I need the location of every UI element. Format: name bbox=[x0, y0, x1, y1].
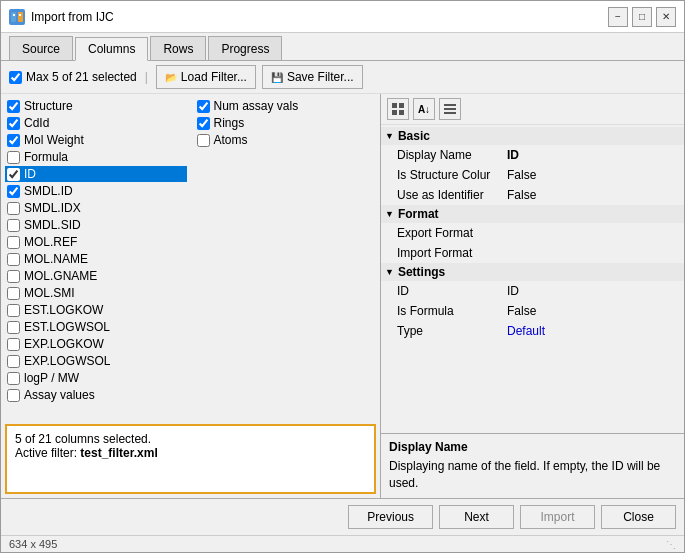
format-section-header[interactable]: ▼ Format bbox=[381, 205, 684, 223]
col-item-mol-smi[interactable]: MOL.SMI bbox=[5, 285, 187, 301]
svg-rect-7 bbox=[399, 110, 404, 115]
svg-rect-5 bbox=[399, 103, 404, 108]
help-section: Display Name Displaying name of the fiel… bbox=[381, 433, 684, 498]
col-item-num-assay-vals[interactable]: Num assay vals bbox=[195, 98, 377, 114]
settings-arrow: ▼ bbox=[385, 267, 394, 277]
col-item-atoms[interactable]: Atoms bbox=[195, 132, 377, 148]
max-selected-checkbox[interactable]: Max 5 of 21 selected bbox=[9, 70, 137, 84]
col-checkbox-est-logkow[interactable] bbox=[7, 304, 20, 317]
main-window: Import from IJC − □ ✕ Source Columns Row… bbox=[0, 0, 685, 553]
resize-handle[interactable]: ⋱ bbox=[666, 539, 676, 550]
previous-button[interactable]: Previous bbox=[348, 505, 433, 529]
main-content: Structure Num assay vals CdId Rings Mol … bbox=[1, 94, 684, 498]
col-item-rings[interactable]: Rings bbox=[195, 115, 377, 131]
col-item-mol-ref[interactable]: MOL.REF bbox=[5, 234, 187, 250]
col-item-mol-name[interactable]: MOL.NAME bbox=[5, 251, 187, 267]
help-title: Display Name bbox=[389, 440, 676, 454]
col-checkbox-cdid[interactable] bbox=[7, 117, 20, 130]
columns-list: Structure Num assay vals CdId Rings Mol … bbox=[1, 94, 380, 420]
svg-rect-0 bbox=[11, 12, 16, 22]
prop-is-formula: Is Formula False bbox=[381, 301, 684, 321]
col-checkbox-id[interactable] bbox=[7, 168, 20, 181]
filter-value: test_filter.xml bbox=[80, 446, 157, 460]
title-bar: Import from IJC − □ ✕ bbox=[1, 1, 684, 33]
app-icon bbox=[9, 9, 25, 25]
col-item-est-logkow[interactable]: EST.LOGKOW bbox=[5, 302, 187, 318]
svg-rect-2 bbox=[13, 14, 15, 16]
col-item-est-logwsol[interactable]: EST.LOGWSOL bbox=[5, 319, 187, 335]
svg-rect-3 bbox=[19, 14, 21, 16]
import-button[interactable]: Import bbox=[520, 505, 595, 529]
col-item-exp-logkow[interactable]: EXP.LOGKOW bbox=[5, 336, 187, 352]
properties-panel: ▼ Basic Display Name ID Is Structure Col… bbox=[381, 125, 684, 433]
right-panel: A↓ ▼ Basic Display Name bbox=[381, 94, 684, 498]
list-view-button[interactable] bbox=[439, 98, 461, 120]
col-checkbox-exp-logwsol[interactable] bbox=[7, 355, 20, 368]
next-button[interactable]: Next bbox=[439, 505, 514, 529]
title-controls: − □ ✕ bbox=[608, 7, 676, 27]
col-item-smdl-sid[interactable]: SMDL.SID bbox=[5, 217, 187, 233]
tab-progress[interactable]: Progress bbox=[208, 36, 282, 60]
minimize-button[interactable]: − bbox=[608, 7, 628, 27]
col-item-formula[interactable]: Formula bbox=[5, 149, 187, 165]
col-item-id[interactable]: ID bbox=[5, 166, 187, 182]
save-filter-button[interactable]: 💾 Save Filter... bbox=[262, 65, 363, 89]
bottom-bar: Previous Next Import Close bbox=[1, 498, 684, 535]
col-item-smdl-id[interactable]: SMDL.ID bbox=[5, 183, 187, 199]
col-checkbox-exp-logkow[interactable] bbox=[7, 338, 20, 351]
col-checkbox-est-logwsol[interactable] bbox=[7, 321, 20, 334]
col-checkbox-smdl-idx[interactable] bbox=[7, 202, 20, 215]
col-checkbox-logp-mw[interactable] bbox=[7, 372, 20, 385]
col-checkbox-assay-values[interactable] bbox=[7, 389, 20, 402]
col-checkbox-structure[interactable] bbox=[7, 100, 20, 113]
left-panel: Structure Num assay vals CdId Rings Mol … bbox=[1, 94, 381, 498]
close-button[interactable]: Close bbox=[601, 505, 676, 529]
prop-id: ID ID bbox=[381, 281, 684, 301]
svg-rect-10 bbox=[444, 112, 456, 114]
col-checkbox-mol-smi[interactable] bbox=[7, 287, 20, 300]
col-checkbox-smdl-id[interactable] bbox=[7, 185, 20, 198]
col-checkbox-mol-gname[interactable] bbox=[7, 270, 20, 283]
help-text: Displaying name of the field. If empty, … bbox=[389, 458, 676, 492]
tab-rows[interactable]: Rows bbox=[150, 36, 206, 60]
col-checkbox-rings[interactable] bbox=[197, 117, 210, 130]
col-item-mol-gname[interactable]: MOL.GNAME bbox=[5, 268, 187, 284]
prop-display-name: Display Name ID bbox=[381, 145, 684, 165]
col-checkbox-molweight[interactable] bbox=[7, 134, 20, 147]
svg-rect-8 bbox=[444, 104, 456, 106]
prop-type: Type Default bbox=[381, 321, 684, 341]
basic-section-header[interactable]: ▼ Basic bbox=[381, 127, 684, 145]
col-checkbox-smdl-sid[interactable] bbox=[7, 219, 20, 232]
toolbar-separator-1: | bbox=[145, 70, 148, 84]
selected-count: 5 of 21 columns selected. bbox=[15, 432, 366, 446]
max-selected-input[interactable] bbox=[9, 71, 22, 84]
dimensions-text: 634 x 495 bbox=[9, 538, 57, 550]
col-item-cdid[interactable]: CdId bbox=[5, 115, 187, 131]
svg-rect-6 bbox=[392, 110, 397, 115]
settings-section-header[interactable]: ▼ Settings bbox=[381, 263, 684, 281]
close-window-button[interactable]: ✕ bbox=[656, 7, 676, 27]
basic-arrow: ▼ bbox=[385, 131, 394, 141]
col-item-logp-mw[interactable]: logP / MW bbox=[5, 370, 187, 386]
grid-view-button[interactable] bbox=[387, 98, 409, 120]
status-bar: 634 x 495 ⋱ bbox=[1, 535, 684, 552]
tab-columns[interactable]: Columns bbox=[75, 37, 148, 61]
load-filter-button[interactable]: 📂 Load Filter... bbox=[156, 65, 256, 89]
sort-az-button[interactable]: A↓ bbox=[413, 98, 435, 120]
tab-source[interactable]: Source bbox=[9, 36, 73, 60]
prop-is-structure-color: Is Structure Colur False bbox=[381, 165, 684, 185]
maximize-button[interactable]: □ bbox=[632, 7, 652, 27]
tab-bar: Source Columns Rows Progress bbox=[1, 33, 684, 61]
col-checkbox-num-assay-vals[interactable] bbox=[197, 100, 210, 113]
col-checkbox-formula[interactable] bbox=[7, 151, 20, 164]
col-item-molweight[interactable]: Mol Weight bbox=[5, 132, 187, 148]
col-item-smdl-idx[interactable]: SMDL.IDX bbox=[5, 200, 187, 216]
col-checkbox-mol-ref[interactable] bbox=[7, 236, 20, 249]
col-checkbox-mol-name[interactable] bbox=[7, 253, 20, 266]
col-checkbox-atoms[interactable] bbox=[197, 134, 210, 147]
col-item-structure[interactable]: Structure bbox=[5, 98, 187, 114]
col-item-exp-logwsol[interactable]: EXP.LOGWSOL bbox=[5, 353, 187, 369]
svg-rect-1 bbox=[18, 12, 23, 22]
col-item-assay-values[interactable]: Assay values bbox=[5, 387, 187, 403]
window-title: Import from IJC bbox=[31, 10, 114, 24]
